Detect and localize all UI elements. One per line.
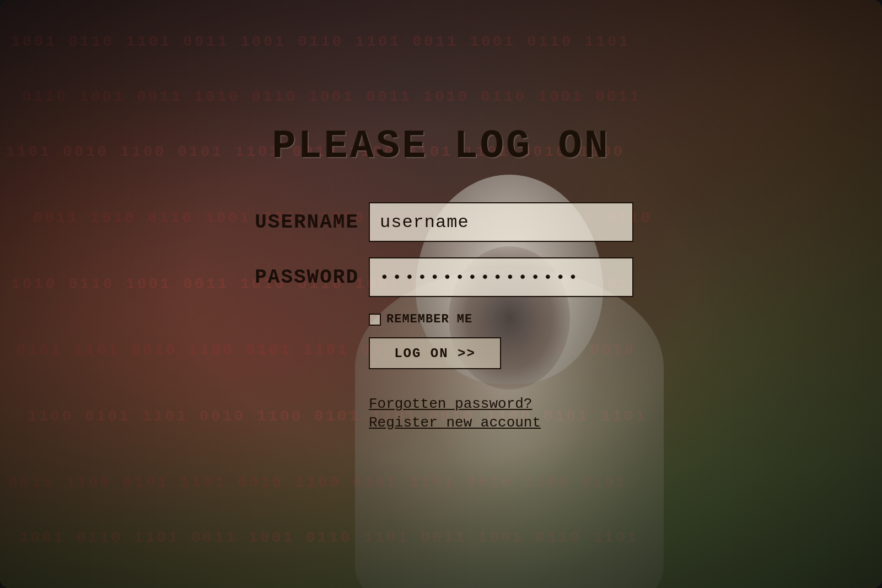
page-wrapper: 1001 0110 1101 0011 1001 0110 1101 0011 … xyxy=(0,0,882,588)
remember-me-row: REMEMBER ME xyxy=(369,312,472,326)
form-fields: USERNAME PASSWORD REMEMBER ME LOG ON >> … xyxy=(205,202,633,431)
username-row: USERNAME xyxy=(205,202,633,242)
remember-me-checkbox[interactable] xyxy=(369,314,381,326)
remember-me-label[interactable]: REMEMBER ME xyxy=(386,312,472,326)
forgotten-password-link[interactable]: Forgotten password? xyxy=(369,396,532,412)
username-label: USERNAME xyxy=(205,211,359,234)
links-section: Forgotten password? Register new account xyxy=(369,396,541,431)
form-container: PLEASE LOG ON USERNAME PASSWORD REMEMBER… xyxy=(0,0,882,588)
password-row: PASSWORD xyxy=(205,257,633,297)
password-input[interactable] xyxy=(369,257,633,297)
page-title: PLEASE LOG ON xyxy=(272,124,610,169)
password-label: PASSWORD xyxy=(205,266,359,289)
register-link[interactable]: Register new account xyxy=(369,414,541,431)
username-input[interactable] xyxy=(369,202,633,242)
logon-button[interactable]: LOG ON >> xyxy=(369,337,501,369)
